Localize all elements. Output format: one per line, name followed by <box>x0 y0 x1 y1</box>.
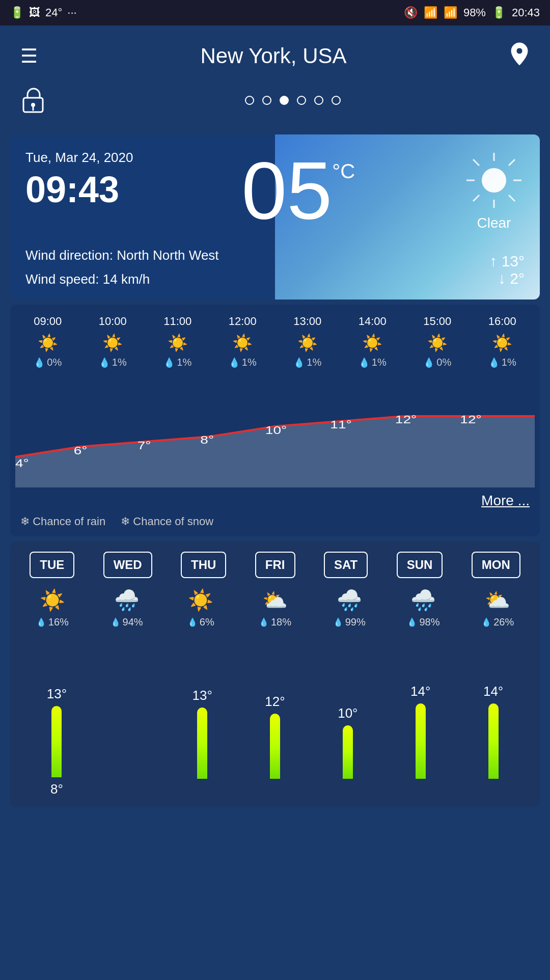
svg-text:10°: 10° <box>265 424 287 436</box>
hourly-time-label: 12:00 <box>229 315 257 328</box>
hourly-item: 16:00 ☀️ 💧1% <box>470 315 535 370</box>
hourly-rain-pct: 💧1% <box>359 357 387 368</box>
current-weather-card: Tue, Mar 24, 2020 09:43 05 °C <box>10 134 540 300</box>
image-icon: 🖼 <box>29 6 40 19</box>
day-tab-fri[interactable]: FRI <box>255 552 295 578</box>
day-weather-icon: 🌧️ <box>410 588 436 612</box>
status-temperature: 24° <box>45 6 62 19</box>
weather-temperature: 05 <box>241 150 332 231</box>
svg-text:6°: 6° <box>74 444 88 456</box>
day-rain-pct: 💧6% <box>187 616 214 628</box>
bar-container <box>311 725 384 779</box>
hourly-rain-pct: 💧1% <box>163 357 191 368</box>
hourly-item: 12:00 ☀️ 💧1% <box>210 315 276 370</box>
day-forecast-item: 🌧️ 💧98% <box>387 588 461 628</box>
day-forecast-item: ☀️ 💧6% <box>163 588 238 628</box>
day-weather-icon: 🌧️ <box>337 588 362 612</box>
hourly-forecast-section: 09:00 ☀️ 💧0% 10:00 ☀️ 💧1% 11:00 ☀️ 💧1% 1… <box>10 305 540 536</box>
hourly-item: 09:00 ☀️ 💧0% <box>15 315 80 370</box>
temp-bar <box>488 703 499 779</box>
weather-time: 09:43 <box>25 169 133 210</box>
temp-bar <box>343 725 353 779</box>
day-tab-sat[interactable]: SAT <box>324 552 368 578</box>
bar-container <box>384 703 457 779</box>
weather-low: ↓ 2° <box>489 270 525 287</box>
svg-line-10 <box>509 159 515 166</box>
location-title: New York, USA <box>200 44 346 68</box>
day-weather-icon: ☀️ <box>40 588 65 612</box>
bar-container <box>239 714 312 779</box>
battery-saver-icon: 🔋 <box>10 6 24 19</box>
status-left-icons: 🔋 🖼 24° ··· <box>10 6 77 19</box>
bar-container <box>457 703 530 779</box>
app-header: ☰ New York, USA <box>0 25 550 87</box>
rain-icon: ❄ <box>20 515 30 528</box>
page-dot-3[interactable] <box>280 96 289 105</box>
weather-left: Tue, Mar 24, 2020 09:43 <box>25 150 133 221</box>
day-tab-thu[interactable]: THU <box>181 552 226 578</box>
day-tab-tue[interactable]: TUE <box>30 552 74 578</box>
day-weather-icon: ⛅ <box>262 588 288 612</box>
page-dot-4[interactable] <box>297 96 306 105</box>
day-tab-mon[interactable]: MON <box>472 552 520 578</box>
hourly-item: 14:00 ☀️ 💧1% <box>340 315 405 370</box>
hourly-weather-icon: ☀️ <box>168 333 188 352</box>
temp-bar <box>416 703 426 779</box>
day-rain-pct: 💧18% <box>259 616 291 628</box>
menu-icon[interactable]: ☰ <box>20 45 38 67</box>
day-icons-row: ☀️ 💧16% 🌧️ 💧94% ☀️ 💧6% ⛅ 💧18% 🌧️ 💧99% 🌧️… <box>15 588 535 628</box>
snow-legend: ❄ Chance of snow <box>121 515 213 528</box>
hourly-item: 11:00 ☀️ 💧1% <box>145 315 210 370</box>
rain-legend: ❄ Chance of rain <box>20 515 105 528</box>
temp-bar <box>51 706 62 777</box>
temp-bar <box>197 707 207 779</box>
hourly-times-row: 09:00 ☀️ 💧0% 10:00 ☀️ 💧1% 11:00 ☀️ 💧1% 1… <box>10 315 540 370</box>
bar-temp-low: 8° <box>50 781 63 797</box>
svg-text:7°: 7° <box>138 439 151 451</box>
day-weather-icon: 🌧️ <box>114 588 140 612</box>
temperature-bars-section: 13° 8° 13° 12° 10° 14° <box>15 634 535 797</box>
page-dot-2[interactable] <box>262 96 271 105</box>
hourly-time-label: 11:00 <box>163 315 191 328</box>
hourly-rain-pct: 💧1% <box>293 357 321 368</box>
hourly-time-label: 09:00 <box>34 315 62 328</box>
day-tab-wed[interactable]: WED <box>103 552 152 578</box>
wind-speed: Wind speed: 14 km/h <box>25 271 219 287</box>
day-tab-sun[interactable]: SUN <box>397 552 443 578</box>
weather-icon-block: Clear <box>463 150 525 231</box>
day-forecast-item: 🌧️ 💧94% <box>90 588 164 628</box>
bar-temp-high: 13° <box>47 686 67 702</box>
weather-bottom-row: Wind direction: North North West Wind sp… <box>25 239 525 287</box>
day-rain-pct: 💧16% <box>36 616 69 628</box>
hourly-rain-pct: 💧0% <box>423 357 451 368</box>
bar-container <box>20 706 93 777</box>
hourly-time-label: 14:00 <box>359 315 387 328</box>
daily-bar-item: 14° <box>457 684 530 797</box>
temperature-graph: 4° 6° 7° 8° 10° 11° 12° 12° <box>10 375 540 487</box>
daily-forecast-section: TUEWEDTHUFRISATSUNMON ☀️ 💧16% 🌧️ 💧94% ☀️… <box>10 541 540 807</box>
day-rain-pct: 💧99% <box>333 616 366 628</box>
day-forecast-item: ⛅ 💧26% <box>460 588 535 628</box>
more-link[interactable]: More ... <box>10 487 540 511</box>
day-weather-icon: ☀️ <box>188 588 213 612</box>
bar-temp-high: 13° <box>192 688 212 703</box>
daily-bar-item: 12° <box>239 694 312 797</box>
page-dot-1[interactable] <box>245 96 254 105</box>
mute-icon: 🔇 <box>404 6 418 19</box>
rain-snow-legend: ❄ Chance of rain ❄ Chance of snow <box>10 511 540 536</box>
svg-line-11 <box>473 195 479 201</box>
location-pin-icon[interactable] <box>509 42 530 71</box>
bar-temp-high: 10° <box>338 705 358 721</box>
hourly-time-label: 16:00 <box>488 315 516 328</box>
page-dot-5[interactable] <box>314 96 323 105</box>
battery-pct: 98% <box>463 6 486 19</box>
page-dot-6[interactable] <box>332 96 341 105</box>
weather-hi-lo: ↑ 13° ↓ 2° <box>489 253 525 287</box>
status-bar: 🔋 🖼 24° ··· 🔇 📶 📶 98% 🔋 20:43 <box>0 0 550 25</box>
day-forecast-item: 🌧️ 💧99% <box>312 588 387 628</box>
temp-bar <box>270 714 280 779</box>
bar-temp-high: 12° <box>265 694 285 710</box>
hourly-rain-pct: 💧1% <box>99 357 127 368</box>
weather-center: 05 °C <box>241 150 355 231</box>
hourly-item: 13:00 ☀️ 💧1% <box>275 315 340 370</box>
